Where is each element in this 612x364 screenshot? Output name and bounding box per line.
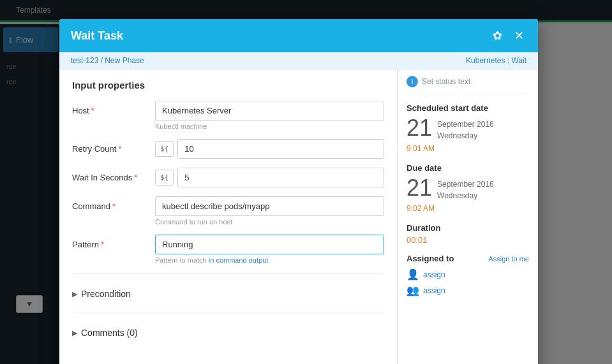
assigned-header: Assigned to Assign to me xyxy=(407,254,529,263)
modal-left-panel: Input properties Host * Kubectl machine … xyxy=(59,69,398,364)
assign-link-2[interactable]: assign xyxy=(423,286,445,295)
retry-count-input-group: ${ xyxy=(155,139,384,159)
command-input[interactable] xyxy=(155,196,384,216)
retry-count-field: ${ xyxy=(155,139,384,159)
input-properties-title: Input properties xyxy=(72,80,384,91)
duration-value: 00:01 xyxy=(407,235,529,245)
scheduled-start-time: 9:01 AM xyxy=(407,144,529,153)
form-divider xyxy=(72,273,384,273)
modal-header: Wait Task ✿ ✕ xyxy=(59,19,538,52)
host-required: * xyxy=(91,106,94,115)
retry-count-label: Retry Count * xyxy=(72,139,155,154)
wait-var-button[interactable]: ${ xyxy=(155,170,174,186)
scheduled-start-title: Scheduled start date xyxy=(407,103,529,113)
modal-right-panel: i Set status text Scheduled start date 2… xyxy=(398,69,538,364)
wait-seconds-row: Wait In Seconds * ${ xyxy=(72,168,384,187)
assigned-section: Assigned to Assign to me 👤 assign 👥 assi… xyxy=(407,254,529,296)
precondition-section[interactable]: ▶ Precondition xyxy=(72,282,384,305)
modal-body: Input properties Host * Kubectl machine … xyxy=(59,69,538,364)
host-field: Kubectl machine xyxy=(155,101,384,130)
precondition-chevron-icon: ▶ xyxy=(72,290,77,298)
wait-seconds-label: Wait In Seconds * xyxy=(72,168,155,182)
retry-count-row: Retry Count * ${ xyxy=(72,139,384,159)
wait-required: * xyxy=(134,173,137,182)
retry-count-input[interactable] xyxy=(177,139,384,159)
wait-task-modal: Wait Task ✿ ✕ test-123 / New Phase Kuber… xyxy=(59,19,538,364)
due-date-details: September 2016 Wednesday xyxy=(437,177,494,201)
pattern-row: Pattern * Pattern to match in command ou… xyxy=(72,235,384,264)
command-hint: Command to run on host xyxy=(155,218,384,226)
command-field: Command to run on host xyxy=(155,196,384,226)
breadcrumb: test-123 / New Phase xyxy=(71,56,144,65)
host-label: Host * xyxy=(72,101,155,115)
assign-link-1[interactable]: assign xyxy=(423,270,445,279)
wait-seconds-input-group: ${ xyxy=(155,168,384,187)
duration-title: Duration xyxy=(407,223,529,233)
scheduled-start-section: Scheduled start date 21 September 2016 W… xyxy=(407,103,529,153)
pattern-hint: Pattern to match in command output xyxy=(155,256,384,264)
modal-header-icons: ✿ ✕ xyxy=(489,28,526,43)
modal-title: Wait Task xyxy=(71,29,123,43)
close-icon[interactable]: ✕ xyxy=(511,28,526,43)
retry-required: * xyxy=(118,144,121,154)
form-divider-2 xyxy=(72,312,384,312)
due-date-time: 9:02 AM xyxy=(407,204,529,213)
wait-seconds-input[interactable] xyxy=(177,168,384,187)
command-required: * xyxy=(112,201,116,211)
scheduled-start-display: 21 September 2016 Wednesday xyxy=(407,117,529,142)
scheduled-start-details: September 2016 Wednesday xyxy=(437,117,494,142)
host-input[interactable] xyxy=(155,101,384,120)
due-date-day: 21 xyxy=(407,177,432,200)
wait-seconds-field: ${ xyxy=(155,168,384,187)
precondition-title: Precondition xyxy=(81,289,131,299)
due-date-display: 21 September 2016 Wednesday xyxy=(407,177,529,201)
due-date-section: Due date 21 September 2016 Wednesday 9:0… xyxy=(407,163,529,213)
person-icon-2: 👥 xyxy=(407,284,419,296)
pattern-field: Pattern to match in command output xyxy=(155,235,384,264)
pattern-label: Pattern * xyxy=(72,235,155,249)
duration-section: Duration 00:01 xyxy=(407,223,529,245)
assign-me-link[interactable]: Assign to me xyxy=(488,255,529,263)
command-label: Command * xyxy=(72,196,155,211)
retry-var-button[interactable]: ${ xyxy=(155,141,174,157)
comments-chevron-icon: ▶ xyxy=(72,329,77,337)
comments-section[interactable]: ▶ Comments (0) xyxy=(72,321,384,344)
kubernetes-icon[interactable]: ✿ xyxy=(489,28,505,43)
pattern-input[interactable] xyxy=(155,235,384,254)
set-status-row: i Set status text xyxy=(407,76,529,94)
comments-title: Comments (0) xyxy=(81,328,138,338)
host-hint: Kubectl machine xyxy=(155,122,384,130)
assigned-title: Assigned to xyxy=(407,254,454,263)
person-icon-1: 👤 xyxy=(407,268,419,280)
assign-row-1: 👤 assign xyxy=(407,268,529,280)
pattern-hint-link[interactable]: in command output xyxy=(209,256,269,264)
scheduled-start-day: 21 xyxy=(407,117,432,140)
host-field-row: Host * Kubectl machine xyxy=(72,101,384,130)
assign-row-2: 👥 assign xyxy=(407,284,529,296)
command-row: Command * Command to run on host xyxy=(72,196,384,226)
info-icon: i xyxy=(407,76,418,87)
due-date-title: Due date xyxy=(407,163,529,173)
pattern-required: * xyxy=(101,240,104,249)
kubernetes-badge: Kubernetes : Wait xyxy=(466,56,526,65)
modal-subheader: test-123 / New Phase Kubernetes : Wait xyxy=(59,52,538,69)
set-status-text: Set status text xyxy=(422,77,470,86)
